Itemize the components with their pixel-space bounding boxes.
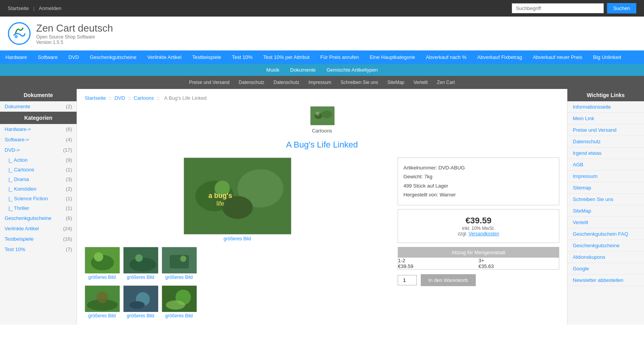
important-link-geschenkgutscheine[interactable]: Geschenkgutscheine [567,240,644,251]
sidebar-dokumente-link[interactable]: Dokumente (2) [0,101,77,112]
breadcrumb-dvd[interactable]: DVD [114,95,125,101]
sidebar-dokumente-title: Dokumente [0,89,77,101]
discount-table: Abzug für Mengenrabatt 1-2 3+ €39.59 €35… [398,247,559,270]
nav-testbeispiele[interactable]: Testbeispiele [187,50,226,64]
nav-hardware[interactable]: Hardware [0,50,32,64]
sidebar-thriller[interactable]: |_ Thriller (1) [0,203,77,213]
discount-price1: €39.59 [398,263,478,270]
important-link-mein-link[interactable]: Mein Link [567,113,644,124]
thumb-image-4[interactable] [85,285,119,312]
important-link-aktionskupons[interactable]: Aktionskupons [567,251,644,263]
sidebar-komodien[interactable]: |_ Komödien (2) [0,184,77,194]
important-link-schreiben[interactable]: Schreiben Sie uns [567,194,644,205]
weight-value: 7kg [424,174,432,179]
add-to-cart-button[interactable]: In den Warenkorb [421,274,476,286]
thumb-image-2[interactable] [123,247,158,273]
important-link-agb[interactable]: AGB [567,159,644,171]
footer-preise[interactable]: Preise und Versand [184,78,234,87]
sidebar-testbeispiele[interactable]: Testbeispiele (16) [0,234,77,244]
thumb-image-6[interactable] [162,285,196,312]
main-image-link[interactable]: größeres Bild [85,236,390,241]
sidebar-left: Dokumente Dokumente (2) Kategorien Hardw… [0,89,77,325]
sidebar-software[interactable]: Software-> (4) [0,134,77,145]
product-details-box: Artikelnummer: DVD-ABUG Gewicht: 7kg 499… [398,158,559,205]
svg-point-30 [166,300,185,310]
footer-zencart[interactable]: Zen Cart [432,78,460,87]
nav-login[interactable]: Anmelden [39,5,62,11]
nav-big-unlinked[interactable]: Big Unlinked [588,50,627,64]
important-link-geschenkgutschein-faq[interactable]: Geschenkgutschein FAQ [567,228,644,240]
footer-verteilt[interactable]: Verteilt [409,78,432,87]
important-link-informationsseite[interactable]: Informationsseite [567,101,644,113]
price-tax: inkl. 10% MwSt. [404,226,553,231]
sidebar-geschenkgutscheine[interactable]: Geschenkgutscheine (6) [0,213,77,223]
footer-schreiben[interactable]: Schreiben Sie uns [336,78,383,87]
important-link-datenschutz[interactable]: Datenschutz [567,136,644,147]
sidebar-dvd[interactable]: DVD-> (17) [0,145,77,155]
sidebar-test10[interactable]: Test 10% (7) [0,244,77,255]
nav-abverkauf-fixbetrag[interactable]: Abverkauf Fixbetrag [472,50,527,64]
svg-rect-20 [170,255,189,268]
svg-point-24 [97,292,108,303]
important-link-sitemap2[interactable]: SiteMap [567,205,644,217]
important-link-preise[interactable]: Preise und Versand [567,124,644,136]
logo-icon [8,22,31,45]
footer-impressum[interactable]: Impressum [304,78,336,87]
footer-datenschutz2[interactable]: Datenschutz [269,78,304,87]
sidebar-cartoons[interactable]: |_ Cartoons (1) [0,165,77,174]
thumb-link-2[interactable]: größeres Bild [123,275,158,280]
price-section: €39.59 inkl. 10% MwSt. zzgl. Versandkost… [398,209,559,243]
footer-sitemap[interactable]: SiteMap [383,78,409,87]
important-link-newsletter[interactable]: Newsletter abbestellen [567,275,644,286]
sidebar-drama[interactable]: |_ Drama (3) [0,174,77,184]
thumb-link-1[interactable]: größeres Bild [85,275,119,280]
thumb-image-5[interactable] [123,285,158,312]
svg-point-18 [135,254,143,262]
important-link-sitemap[interactable]: Sitemap [567,182,644,194]
footer-datenschutz1[interactable]: Datenschutz [234,78,269,87]
thumb-link-3[interactable]: größeres Bild [162,275,196,280]
category-thumbnail-image[interactable] [310,106,334,125]
thumb-link-6[interactable]: größeres Bild [162,313,196,318]
nav-dvd[interactable]: DVD [63,50,84,64]
sidebar-verlinkte-artikel[interactable]: Verlinkte Artikel (24) [0,223,77,234]
nav-fuer-preis-anrufen[interactable]: Für Preis anrufen [315,50,364,64]
breadcrumb-home[interactable]: Startseite [85,95,106,101]
thumb-link-5[interactable]: größeres Bild [123,313,158,318]
nav-test10-per-attribut[interactable]: Test 10% per Attribut [258,50,315,64]
breadcrumb-cartoons[interactable]: Cartoons [134,95,154,101]
nav-eine-hauptkategorie[interactable]: Eine Hauptkategorie [364,50,420,64]
price-main: €39.59 [404,216,553,226]
thumb-image-1[interactable] [85,247,119,273]
sidebar-action[interactable]: |_ Action (9) [0,155,77,165]
nav-abverkauf-nach[interactable]: Abverkauf nach % [420,50,472,64]
sidebar-science-fiction[interactable]: |_ Science Fiction (1) [0,194,77,203]
nav-home[interactable]: Startseite [8,5,29,11]
thumb-image-3[interactable] [162,247,196,273]
important-link-impressum[interactable]: Impressum [567,171,644,182]
important-link-google[interactable]: Google [567,263,644,275]
important-link-verteilt[interactable]: Verteilt [567,217,644,228]
nav-test10[interactable]: Test 10% [227,50,258,64]
nav-gemischte-artikeltypen[interactable]: Gemischte Artikeltypen [321,64,383,76]
search-button[interactable]: Suchen [607,3,636,13]
search-input[interactable] [512,3,604,13]
category-thumb-area: Cartoons [85,106,559,134]
svg-point-21 [180,256,186,262]
shipping-prefix: zzgl. [458,231,467,236]
thumb-item-5: größeres Bild [123,285,158,318]
nav-dokumente[interactable]: Dokumente [285,64,321,76]
thumb-link-4[interactable]: größeres Bild [85,313,119,318]
important-link-irgend-etwas[interactable]: Irgend etwas [567,147,644,159]
quantity-input[interactable] [398,275,417,285]
nav-musik[interactable]: Musik [261,64,285,76]
nav-geschenkgutscheine[interactable]: Geschenkgutscheine [84,50,142,64]
nav-abverkauf-neuer-preis[interactable]: Abverkauf neuer Preis [527,50,588,64]
nav-verlinkte-artikel[interactable]: Verlinkte Artikel [142,50,187,64]
sidebar-right: Wichtige Links Informationsseite Mein Li… [567,89,644,325]
nav-software[interactable]: Software [32,50,63,64]
logo-area: Zen Cart deutsch Open Source Shop Softwa… [0,17,644,50]
shipping-link[interactable]: Versandkosten [468,231,499,236]
sidebar-hardware[interactable]: Hardware-> (6) [0,124,77,134]
discount-row-prices: €39.59 €35.63 [398,263,559,270]
